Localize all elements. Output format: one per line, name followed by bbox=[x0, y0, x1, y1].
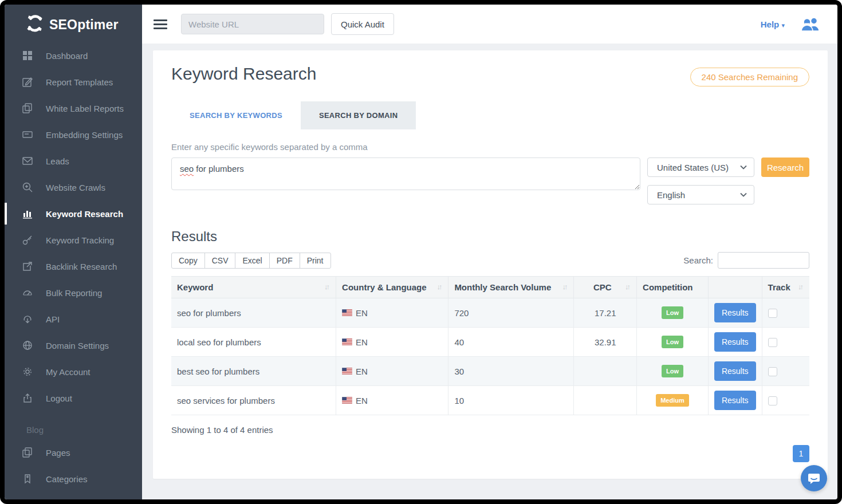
action-cell: Results bbox=[708, 386, 762, 415]
backlink-research-icon bbox=[22, 261, 33, 271]
sidebar-item-domain-settings[interactable]: Domain Settings bbox=[5, 332, 142, 359]
sidebar-item-report-templates[interactable]: Report Templates bbox=[5, 69, 142, 95]
sidebar-item-label: Leads bbox=[46, 156, 69, 166]
column-header-monthly-search-volume[interactable]: Monthly Search Volume↓↑ bbox=[448, 277, 574, 298]
sidebar-item-api[interactable]: API bbox=[5, 306, 142, 332]
chevron-down-icon bbox=[740, 192, 747, 197]
help-dropdown[interactable]: Help ▾ bbox=[761, 19, 785, 29]
column-header-competition[interactable]: Competition bbox=[637, 277, 709, 298]
sidebar: SEOptimer Dashboard Report Templates Whi… bbox=[5, 5, 142, 499]
quick-audit-button[interactable]: Quick Audit bbox=[331, 13, 394, 35]
sort-icon[interactable]: ↓↑ bbox=[436, 282, 442, 291]
topbar: Quick Audit Help ▾ bbox=[142, 5, 837, 44]
keyword-tracking-icon bbox=[22, 235, 33, 245]
volume-cell: 10 bbox=[448, 386, 574, 415]
keywords-textarea[interactable]: seo for plumbers bbox=[171, 158, 640, 190]
column-header-cpc[interactable]: CPC↓↑ bbox=[574, 277, 637, 298]
logo[interactable]: SEOptimer bbox=[5, 5, 142, 42]
track-checkbox[interactable] bbox=[768, 396, 777, 405]
language-selected-value: English bbox=[657, 190, 685, 200]
table-row: local seo for plumbers EN 40 32.91 Low R… bbox=[171, 328, 809, 357]
csv-button[interactable]: CSV bbox=[204, 253, 236, 269]
sort-icon[interactable]: ↓↑ bbox=[562, 282, 568, 291]
sidebar-item-my-account[interactable]: My Account bbox=[5, 359, 142, 385]
search-mode-tabs: SEARCH BY KEYWORDS SEARCH BY DOMAIN bbox=[171, 101, 809, 129]
bulk-reporting-icon bbox=[22, 288, 33, 298]
sidebar-item-backlink-research[interactable]: Backlink Research bbox=[5, 253, 142, 279]
research-button[interactable]: Research bbox=[761, 158, 809, 177]
language-select[interactable]: English bbox=[647, 185, 754, 204]
sort-icon[interactable]: ↓↑ bbox=[324, 282, 330, 291]
column-header-keyword[interactable]: Keyword↓↑ bbox=[171, 277, 336, 298]
results-title: Results bbox=[171, 229, 809, 245]
sidebar-item-label: Report Templates bbox=[46, 77, 113, 87]
sidebar-item-leads[interactable]: Leads bbox=[5, 148, 142, 174]
row-results-button[interactable]: Results bbox=[714, 361, 756, 381]
categories-icon bbox=[22, 474, 33, 484]
competition-badge: Low bbox=[662, 365, 683, 377]
column-header-track[interactable]: Track↓↑ bbox=[762, 277, 809, 298]
row-results-button[interactable]: Results bbox=[714, 332, 756, 352]
pdf-button[interactable]: PDF bbox=[269, 253, 300, 269]
sidebar-item-website-crawls[interactable]: Website Crawls bbox=[5, 174, 142, 200]
website-url-input[interactable] bbox=[181, 14, 324, 34]
page-1-button[interactable]: 1 bbox=[793, 445, 809, 462]
logo-text: SEOptimer bbox=[49, 17, 119, 33]
sidebar-item-label: Keyword Tracking bbox=[46, 235, 114, 245]
competition-badge: Low bbox=[662, 336, 683, 348]
sidebar-item-keyword-research[interactable]: Keyword Research bbox=[5, 200, 142, 227]
my-account-icon bbox=[22, 367, 33, 377]
country-select[interactable]: United States (US) bbox=[647, 158, 754, 177]
sidebar-item-label: Logout bbox=[46, 393, 72, 403]
searches-remaining-badge: 240 Searches Remaining bbox=[690, 68, 809, 86]
table-row: best seo for plumbers EN 30 Low Results bbox=[171, 357, 809, 386]
white-label-reports-icon bbox=[22, 103, 33, 113]
tab-search-by-domain[interactable]: SEARCH BY DOMAIN bbox=[301, 101, 416, 129]
sidebar-item-categories[interactable]: Categories bbox=[5, 466, 142, 492]
sidebar-item-label: Keyword Research bbox=[46, 209, 123, 219]
keyword-cell: local seo for plumbers bbox=[171, 328, 336, 357]
chat-widget-button[interactable] bbox=[801, 465, 827, 491]
website-crawls-icon bbox=[22, 182, 33, 192]
table-row: seo services for plumbers EN 10 Medium R… bbox=[171, 386, 809, 415]
column-header-actions bbox=[708, 277, 762, 298]
report-templates-icon bbox=[22, 77, 33, 87]
track-checkbox[interactable] bbox=[768, 367, 777, 376]
row-results-button[interactable]: Results bbox=[714, 391, 756, 410]
sidebar-item-pages[interactable]: Pages bbox=[5, 439, 142, 466]
sidebar-item-bulk-reporting[interactable]: Bulk Reporting bbox=[5, 279, 142, 306]
us-flag-icon bbox=[342, 338, 352, 345]
volume-cell: 40 bbox=[448, 328, 574, 357]
track-checkbox[interactable] bbox=[768, 309, 777, 318]
excel-button[interactable]: Excel bbox=[235, 253, 269, 269]
main-area: Quick Audit Help ▾ Keyword Research 240 … bbox=[142, 5, 837, 499]
row-results-button[interactable]: Results bbox=[714, 303, 756, 322]
competition-cell: Low bbox=[637, 298, 709, 328]
embedding-settings-icon bbox=[22, 129, 33, 140]
pages-icon bbox=[22, 447, 33, 458]
track-cell bbox=[762, 298, 809, 328]
sort-icon[interactable]: ↓↑ bbox=[625, 282, 631, 291]
sidebar-item-logout[interactable]: Logout bbox=[5, 385, 142, 411]
us-flag-icon bbox=[342, 368, 352, 375]
domain-settings-icon bbox=[22, 340, 33, 351]
print-button[interactable]: Print bbox=[300, 253, 331, 269]
track-cell bbox=[762, 386, 809, 415]
column-header-country-language[interactable]: Country & Language↓↑ bbox=[336, 277, 448, 298]
track-checkbox[interactable] bbox=[768, 338, 777, 347]
users-icon[interactable] bbox=[801, 17, 820, 32]
seoptimer-gear-logo-icon bbox=[25, 14, 45, 36]
sidebar-item-white-label-reports[interactable]: White Label Reports bbox=[5, 95, 142, 121]
sidebar-item-embedding-settings[interactable]: Embedding Settings bbox=[5, 121, 142, 148]
track-cell bbox=[762, 328, 809, 357]
keyword-cell: best seo for plumbers bbox=[171, 357, 336, 386]
sidebar-item-keyword-tracking[interactable]: Keyword Tracking bbox=[5, 227, 142, 253]
table-search-input[interactable] bbox=[718, 252, 809, 269]
sort-icon[interactable]: ↓↑ bbox=[798, 282, 804, 291]
tab-search-by-keywords[interactable]: SEARCH BY KEYWORDS bbox=[171, 101, 301, 129]
us-flag-icon bbox=[342, 397, 352, 404]
sidebar-item-dashboard[interactable]: Dashboard bbox=[5, 42, 142, 69]
table-header-row: Keyword↓↑ Country & Language↓↑ Monthly S… bbox=[171, 277, 809, 298]
copy-button[interactable]: Copy bbox=[171, 253, 205, 269]
hamburger-menu-icon[interactable] bbox=[154, 19, 167, 29]
